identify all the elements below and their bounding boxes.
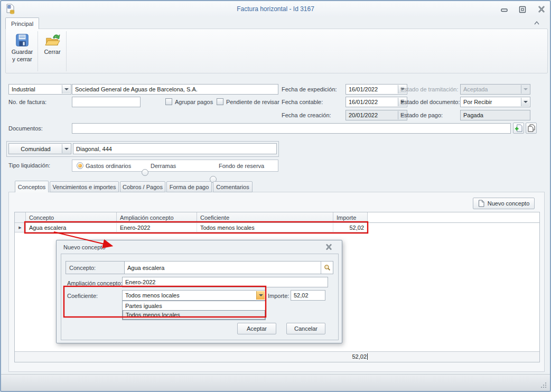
application-window: H Factura horizontal - Id 3167 Principal	[0, 0, 551, 392]
estado-pago-value: Pagada	[463, 112, 483, 118]
tab-comentarios[interactable]: Comentarios	[213, 181, 253, 192]
cell-importe[interactable]: 52,02	[333, 223, 368, 232]
search-icon[interactable]	[321, 262, 333, 274]
importe-value: 52,02	[294, 292, 309, 298]
importe-input[interactable]: 52,02	[291, 290, 325, 301]
resize-grip[interactable]	[540, 382, 547, 388]
cell-ampliacion[interactable]: Enero-2022	[117, 223, 197, 232]
no-factura-label: No. de factura:	[8, 99, 46, 105]
new-document-icon	[478, 200, 484, 207]
accept-button[interactable]: Aceptar	[237, 323, 276, 334]
chevron-down-icon[interactable]	[521, 98, 529, 106]
radio-gastos-ordinarios[interactable]	[77, 162, 83, 169]
ribbon-separator	[38, 31, 38, 71]
numero-factura-input[interactable]	[72, 97, 141, 107]
restore-button[interactable]	[518, 6, 527, 13]
summary-importe[interactable]: 52,02	[333, 352, 368, 361]
title-bar: H Factura horizontal - Id 3167	[1, 1, 550, 16]
concepto-lookup-field[interactable]: Concepto: Agua escalera	[66, 261, 333, 274]
ribbon-collapse-icon[interactable]	[533, 20, 541, 26]
tab-label: Comentarios	[216, 184, 249, 190]
column-header-importe[interactable]: Importe	[333, 212, 368, 223]
dropdown-option-todos-menos-locales[interactable]: Todos menos locales	[123, 310, 265, 320]
cell-coeficiente[interactable]: Todos menos locales	[197, 223, 333, 232]
text-caret	[367, 353, 368, 360]
fecha-contable-label: Fecha contable:	[282, 99, 323, 105]
status-bar	[1, 374, 550, 391]
save-button-label-line1: Guardar	[12, 49, 33, 55]
tipo-proveedor-value: Industrial	[12, 86, 35, 92]
fecha-expedicion-label: Fecha de expedición:	[282, 86, 337, 92]
save-button-label-line2: y cerrar	[12, 56, 32, 63]
estado-tramitacion-value: Aceptada	[463, 86, 488, 92]
column-header-coeficiente[interactable]: Coeficiente	[197, 212, 333, 223]
estado-pago-field: Pagada	[460, 110, 530, 120]
copy-document-button[interactable]	[526, 123, 537, 134]
column-header-filler	[368, 212, 539, 223]
tab-label: Vencimientos e importes	[53, 184, 116, 190]
ribbon-body: Guardar y cerrar Cerrar	[5, 29, 548, 73]
close-form-button[interactable]: Cerrar	[40, 30, 65, 72]
chevron-down-icon[interactable]	[62, 85, 70, 94]
minimize-button[interactable]	[500, 7, 509, 13]
ribbon-tab-label: Principal	[11, 21, 33, 27]
estado-documento-combobox[interactable]: Por Recibir	[460, 97, 530, 107]
tipo-proveedor-combobox[interactable]: Industrial	[8, 84, 71, 95]
nuevo-concepto-dialog: Nuevo concepto Concepto: Agua escalera A…	[56, 240, 342, 343]
close-folder-icon	[44, 32, 60, 48]
fecha-creacion-datepicker: 20/01/2022	[345, 110, 407, 120]
new-concept-button[interactable]: Nuevo concepto	[473, 198, 535, 209]
agrupar-pagos-label[interactable]: Agrupar pagos	[175, 99, 213, 105]
add-document-button[interactable]	[513, 123, 524, 134]
tab-conceptos[interactable]: Conceptos	[15, 181, 49, 192]
comunidad-direccion-field[interactable]: Diagonal, 444	[73, 143, 277, 154]
cancel-button-label: Cancelar	[294, 325, 317, 332]
close-button-label: Cerrar	[44, 49, 60, 55]
copy-icon	[528, 124, 535, 132]
radio-gastos-ordinarios-label[interactable]: Gastos ordinarios	[86, 163, 131, 169]
concepto-label: Concepto:	[66, 262, 125, 274]
add-document-icon	[515, 124, 522, 132]
chevron-down-icon[interactable]	[62, 144, 70, 153]
radio-derramas[interactable]	[142, 169, 148, 176]
grid-summary-bar	[15, 351, 539, 362]
fecha-expedicion-value: 16/01/2022	[349, 86, 378, 92]
estado-tramitacion-label: Estado de tramitación:	[400, 86, 458, 92]
coeficiente-dropdown-list: Partes iguales Todos menos locales	[122, 301, 266, 320]
save-and-close-button[interactable]: Guardar y cerrar	[8, 30, 36, 72]
column-header-ampliacion[interactable]: Ampliación concepto	[117, 212, 197, 223]
coeficiente-combobox[interactable]: Todos menos locales	[122, 290, 266, 301]
pendiente-revisar-label[interactable]: Pendiente de revisar	[226, 99, 279, 105]
cell-concepto[interactable]: Agua escalera	[26, 223, 117, 232]
agrupar-pagos-checkbox[interactable]	[165, 98, 172, 105]
new-concept-button-label: Nuevo concepto	[488, 200, 530, 207]
row-indicator-header	[15, 212, 26, 223]
pendiente-revisar-checkbox[interactable]	[217, 98, 223, 105]
column-header-concepto[interactable]: Concepto	[26, 212, 117, 223]
radio-fondo-reserva-label[interactable]: Fondo de reserva	[219, 163, 264, 169]
entidad-tipo-combobox[interactable]: Comunidad	[8, 143, 71, 154]
fecha-creacion-label: Fecha de creación:	[282, 112, 331, 118]
chevron-down-icon[interactable]	[256, 291, 265, 300]
chevron-down-icon	[521, 85, 529, 94]
tab-label: Conceptos	[18, 184, 46, 190]
coeficiente-label: Coeficiente:	[67, 293, 98, 299]
cancel-button[interactable]: Cancelar	[286, 323, 325, 334]
tab-vencimientos-importes[interactable]: Vencimientos e importes	[50, 181, 119, 192]
tab-cobros-pagos[interactable]: Cobros / Pagos	[120, 181, 165, 192]
accept-button-label: Aceptar	[247, 325, 267, 332]
fecha-contable-datepicker[interactable]: 16/01/2022	[345, 97, 407, 107]
concepto-value[interactable]: Agua escalera	[125, 262, 321, 274]
row-indicator: ▶	[15, 223, 26, 232]
tab-forma-pago[interactable]: Forma de pago	[166, 181, 212, 192]
proveedor-field[interactable]: Sociedad General de Aguas de Barcelona, …	[72, 84, 278, 95]
ampliacion-input[interactable]: Enero-2022	[122, 277, 328, 287]
proveedor-value: Sociedad General de Aguas de Barcelona, …	[75, 86, 198, 92]
close-button[interactable]	[537, 5, 546, 13]
fecha-expedicion-datepicker[interactable]: 16/01/2022	[345, 84, 407, 95]
documentos-field[interactable]	[72, 123, 511, 134]
ribbon-tab-principal[interactable]: Principal	[5, 17, 39, 29]
radio-derramas-label[interactable]: Derramas	[151, 163, 176, 169]
dropdown-option-partes-iguales[interactable]: Partes iguales	[123, 301, 265, 310]
dialog-close-icon[interactable]	[325, 244, 333, 250]
